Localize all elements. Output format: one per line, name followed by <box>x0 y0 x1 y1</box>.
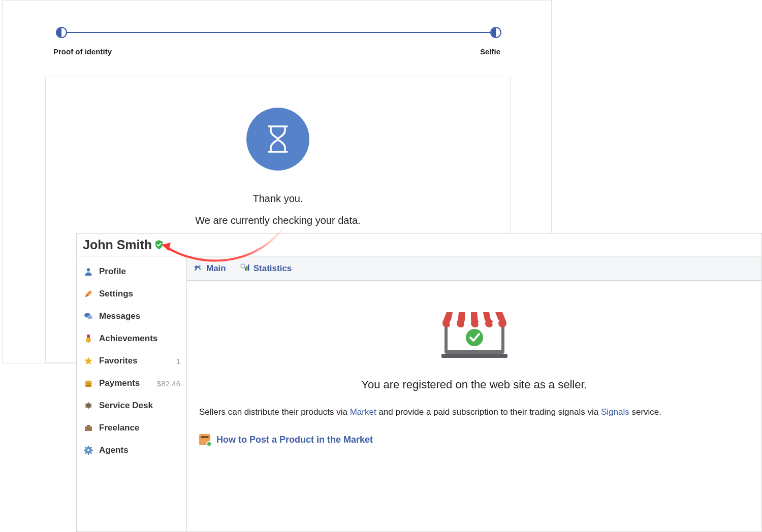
seller-description: Sellers can distribute their products vi… <box>197 406 751 419</box>
desc-text: Sellers can distribute their products vi… <box>199 407 350 417</box>
svg-rect-9 <box>85 426 92 431</box>
sidebar-item-achievements[interactable]: Achievements <box>77 327 186 350</box>
chat-icon <box>83 311 94 322</box>
svg-point-29 <box>466 329 483 346</box>
sidebar-item-label: Agents <box>99 445 129 455</box>
back-arrow-icon <box>194 263 202 274</box>
package-add-icon <box>199 434 210 445</box>
svg-rect-15 <box>246 266 248 271</box>
pending-message: We are currently checking your data. <box>46 215 510 226</box>
sidebar-item-profile[interactable]: Profile <box>77 260 186 283</box>
sidebar-item-favorites[interactable]: Favorites 1 <box>77 350 186 372</box>
sidebar-item-label: Settings <box>99 289 133 299</box>
profile-tabbar: Main Statistics <box>187 256 761 281</box>
pencil-icon <box>83 288 94 300</box>
svg-point-4 <box>86 338 91 343</box>
market-link[interactable]: Market <box>350 407 376 417</box>
svg-point-26 <box>485 319 493 327</box>
coins-icon <box>83 378 94 389</box>
sidebar-item-label: Freelance <box>99 423 139 433</box>
pending-title: Thank you. <box>46 193 510 205</box>
svg-point-23 <box>464 319 472 327</box>
sidebar-item-label: Service Desk <box>99 401 153 411</box>
howto-label: How to Post a Product in the Market <box>216 435 373 445</box>
profile-sidebar: Profile Settings Messages Achievements <box>77 256 187 531</box>
profile-panel: John Smith Profile Settings <box>76 233 762 532</box>
star-icon <box>83 355 94 367</box>
favorites-count: 1 <box>176 357 180 365</box>
svg-rect-19 <box>441 354 507 358</box>
hourglass-icon <box>246 108 309 171</box>
desc-text: and provide a paid subscription to their… <box>376 407 601 417</box>
svg-point-21 <box>450 319 458 327</box>
svg-point-12 <box>87 449 89 451</box>
verification-stepper <box>56 27 501 38</box>
tab-statistics[interactable]: Statistics <box>240 263 292 274</box>
sidebar-item-label: Favorites <box>99 356 138 366</box>
profile-username: John Smith <box>83 238 152 252</box>
sidebar-item-agents[interactable]: Agents <box>77 439 186 461</box>
svg-point-0 <box>87 268 90 271</box>
bar-chart-icon <box>240 263 249 274</box>
sidebar-item-messages[interactable]: Messages <box>77 305 186 327</box>
sidebar-item-freelance[interactable]: Freelance <box>77 417 186 439</box>
seller-registered-heading: You are registered on the web site as a … <box>197 378 751 391</box>
howto-post-product-link[interactable]: How to Post a Product in the Market <box>197 434 751 445</box>
bug-icon <box>83 400 94 411</box>
tab-label: Main <box>206 263 226 274</box>
store-icon <box>441 308 507 358</box>
stepper-line <box>61 32 496 33</box>
svg-point-25 <box>478 319 486 327</box>
svg-point-28 <box>498 319 506 327</box>
sidebar-item-label: Profile <box>99 267 126 277</box>
step-dot-selfie <box>490 27 501 38</box>
sidebar-item-label: Payments <box>99 378 140 388</box>
svg-point-13 <box>241 264 245 268</box>
tab-label: Statistics <box>253 263 292 274</box>
svg-point-22 <box>457 319 465 327</box>
seller-main-content: You are registered on the web site as a … <box>187 281 761 531</box>
person-icon <box>83 266 94 277</box>
medal-icon <box>83 333 94 344</box>
svg-rect-14 <box>245 268 246 271</box>
gear-icon <box>83 445 94 456</box>
sidebar-item-settings[interactable]: Settings <box>77 283 186 305</box>
sidebar-item-payments[interactable]: Payments $82.46 <box>77 372 186 394</box>
svg-rect-16 <box>248 264 249 271</box>
sidebar-item-label: Messages <box>99 311 140 321</box>
tab-main[interactable]: Main <box>194 263 226 274</box>
payments-balance: $82.46 <box>157 379 180 388</box>
briefcase-icon <box>83 422 94 434</box>
profile-main: Main Statistics <box>187 256 761 531</box>
svg-point-20 <box>442 319 451 327</box>
desc-text: service. <box>629 407 661 417</box>
svg-rect-3 <box>87 335 90 338</box>
sidebar-item-service-desk[interactable]: Service Desk <box>77 394 186 417</box>
verified-shield-icon <box>154 240 164 250</box>
step-label-identity: Proof of identity <box>53 47 112 56</box>
svg-rect-10 <box>87 425 90 426</box>
step-label-selfie: Selfie <box>480 47 500 56</box>
sidebar-item-label: Achievements <box>99 334 157 344</box>
signals-link[interactable]: Signals <box>601 407 629 417</box>
svg-point-8 <box>86 403 91 408</box>
step-dot-identity <box>56 27 67 38</box>
svg-point-7 <box>85 385 92 387</box>
profile-header: John Smith <box>77 234 761 256</box>
svg-point-2 <box>87 315 92 319</box>
svg-point-24 <box>471 319 479 327</box>
